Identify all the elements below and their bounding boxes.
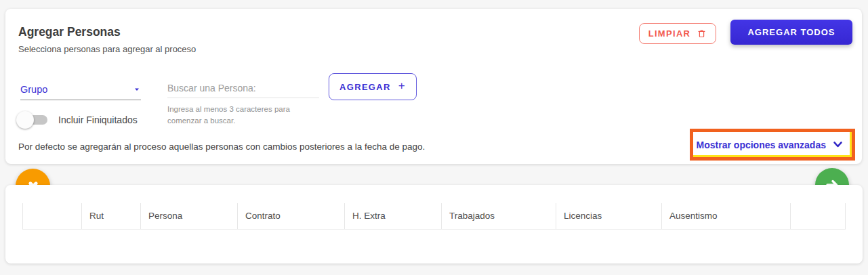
table-header-hextra: H. Extra [345, 203, 442, 229]
caret-down-icon [133, 85, 141, 93]
table-header-licencias: Licencias [556, 203, 662, 229]
default-behavior-note: Por defecto se agregarán al proceso aque… [18, 142, 425, 152]
add-button-label: AGREGAR [339, 82, 391, 92]
table-header-trabajados: Trabajados [442, 203, 556, 229]
include-terminated-row: Incluir Finiquitados [16, 110, 138, 129]
plus-icon: + [398, 79, 406, 93]
table-header-actions [791, 203, 846, 229]
table-header-rut: Rut [82, 203, 141, 229]
clear-button[interactable]: LIMPIAR [639, 23, 716, 44]
toggle-label: Incluir Finiquitados [58, 114, 138, 125]
table-header-ausentismo: Ausentismo [662, 203, 791, 229]
add-button[interactable]: AGREGAR + [329, 73, 417, 100]
page-title: Agregar Personas [18, 25, 121, 39]
table-header-row: Rut Persona Contrato H. Extra Trabajados… [22, 203, 846, 230]
annotation-highlight-box: Mostrar opciones avanzadas [690, 129, 855, 161]
table-header-contrato: Contrato [238, 203, 345, 229]
table-header-persona: Persona [141, 203, 238, 229]
search-input[interactable] [167, 79, 319, 98]
group-select[interactable]: Grupo [20, 79, 141, 100]
add-all-button[interactable]: AGREGAR TODOS [730, 20, 852, 45]
chevron-down-icon [833, 140, 843, 149]
people-table-panel: Rut Persona Contrato H. Extra Trabajados… [5, 185, 863, 263]
clear-button-label: LIMPIAR [648, 28, 691, 39]
trash-icon [697, 28, 707, 39]
table-header-select [23, 203, 82, 229]
group-select-value: Grupo [20, 84, 47, 95]
panel-subtitle: Selecciona personas para agregar al proc… [18, 44, 196, 54]
search-helper-text: Ingresa al menos 3 caracteres para comen… [167, 104, 325, 126]
advanced-link-label: Mostrar opciones avanzadas [697, 140, 826, 150]
add-people-panel: Agregar Personas Selecciona personas par… [5, 9, 862, 164]
search-field: Ingresa al menos 3 caracteres para comen… [167, 79, 327, 126]
toggle-knob [16, 111, 34, 129]
show-advanced-options-link[interactable]: Mostrar opciones avanzadas [697, 140, 843, 150]
include-terminated-toggle[interactable] [16, 110, 50, 129]
